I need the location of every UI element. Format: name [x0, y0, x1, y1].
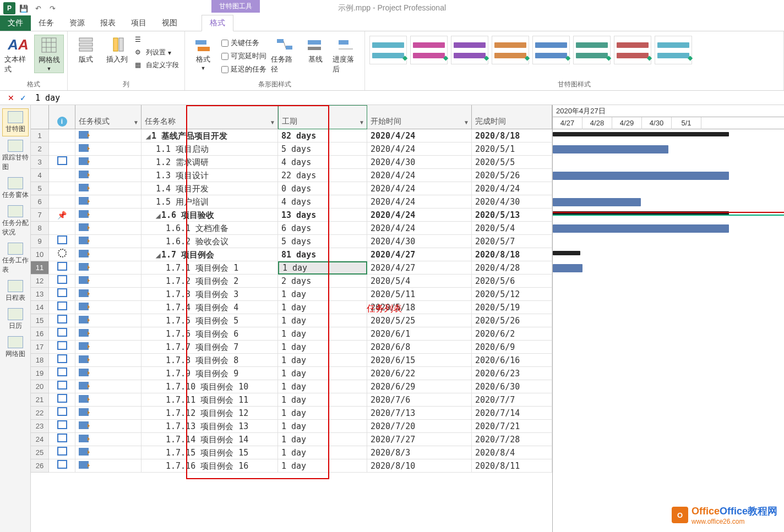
view-timeline[interactable]: 日程表 — [2, 278, 29, 305]
row-number[interactable]: 1 — [31, 129, 49, 142]
late-tasks-checkbox[interactable]: 延迟的任务 — [219, 63, 269, 75]
undo-icon[interactable]: ↶ — [32, 2, 44, 14]
col-finish[interactable]: 完成时间 — [472, 105, 552, 129]
tab-report[interactable]: 报表 — [92, 15, 123, 31]
redo-icon[interactable]: ↷ — [46, 2, 58, 14]
view-network[interactable]: 网络图 — [2, 334, 29, 361]
gantt-style-gallery[interactable]: ◆◆◆◆◆◆◆◆ — [368, 32, 780, 80]
cancel-icon[interactable]: ✕ — [8, 94, 14, 102]
table-row[interactable]: 1.6.2 验收会议5 days2020/4/302020/5/7 — [49, 235, 552, 248]
table-row[interactable]: 1.3 项目设计22 days2020/4/242020/5/26 — [49, 169, 552, 182]
view-tracking-gantt[interactable]: 跟踪甘特图 — [2, 138, 29, 174]
col-info[interactable]: i — [49, 105, 75, 129]
row-number[interactable]: 26 — [31, 459, 49, 473]
view-task-usage[interactable]: 任务分配状况 — [2, 203, 29, 239]
row-number[interactable]: 13 — [31, 288, 49, 301]
formula-input[interactable] — [32, 92, 784, 104]
tab-file[interactable]: 文件 — [0, 15, 31, 31]
view-task-form[interactable]: 任务窗体 — [2, 175, 29, 202]
slack-checkbox[interactable]: 可宽延时间 — [219, 50, 269, 62]
col-start[interactable]: 开始时间▼ — [367, 105, 472, 129]
column-settings-button[interactable]: ⚙列设置▾ — [133, 47, 181, 58]
insert-column-button[interactable]: 插入列 — [102, 35, 132, 65]
layout-button[interactable]: 版式 — [71, 35, 101, 65]
view-gantt[interactable]: 甘特图 — [2, 108, 29, 136]
table-row[interactable]: 1.7.2 项目例会 22 days2020/5/42020/5/6 — [49, 275, 552, 288]
gantt-style-option[interactable]: ◆ — [451, 36, 488, 64]
gridlines-button[interactable]: 网格线 ▼ — [34, 35, 64, 73]
gantt-style-option[interactable]: ◆ — [614, 36, 651, 64]
table-row[interactable]: 1.7.1 项目例会 11 day2020/4/272020/4/28 — [49, 261, 552, 275]
table-row[interactable]: ◢1.7 项目例会81 days2020/4/272020/8/18 — [49, 248, 552, 261]
row-number[interactable]: 19 — [31, 367, 49, 380]
row-number[interactable]: 14 — [31, 301, 49, 314]
table-row[interactable]: 1.7.15 项目例会 151 day2020/8/32020/8/4 — [49, 446, 552, 459]
row-number[interactable]: 15 — [31, 314, 49, 327]
view-task-sheet[interactable]: 任务工作表 — [2, 240, 29, 277]
app-icon[interactable]: P — [3, 2, 15, 14]
gantt-bar[interactable] — [553, 132, 729, 136]
tab-task[interactable]: 任务 — [31, 15, 62, 31]
gantt-style-option[interactable]: ◆ — [655, 36, 692, 64]
row-number[interactable]: 6 — [31, 195, 49, 209]
tab-view[interactable]: 视图 — [154, 15, 185, 31]
task-grid[interactable]: 1234567891011121314151617181920212223242… — [31, 105, 552, 532]
row-number[interactable]: 24 — [31, 433, 49, 446]
row-number[interactable]: 18 — [31, 354, 49, 367]
row-number[interactable]: 22 — [31, 407, 49, 420]
critical-tasks-checkbox[interactable]: 关键任务 — [219, 37, 269, 49]
gantt-bar[interactable] — [553, 198, 641, 206]
table-row[interactable]: 1.7.12 项目例会 121 day2020/7/132020/7/14 — [49, 407, 552, 420]
view-calendar[interactable]: 日历 — [2, 306, 29, 333]
rownum-header[interactable] — [31, 105, 49, 129]
table-row[interactable]: ◢1 基线产品项目开发82 days2020/4/242020/8/18 — [49, 129, 552, 142]
row-number[interactable]: 12 — [31, 275, 49, 288]
table-row[interactable]: 1.7.13 项目例会 131 day2020/7/202020/7/21 — [49, 420, 552, 433]
row-number[interactable]: 25 — [31, 446, 49, 459]
table-row[interactable]: 📌◢1.6 项目验收13 days2020/4/242020/5/13 — [49, 209, 552, 222]
gantt-bar[interactable] — [553, 172, 729, 180]
row-number[interactable]: 23 — [31, 420, 49, 433]
row-number[interactable]: 10 — [31, 248, 49, 261]
gantt-style-option[interactable]: ◆ — [532, 36, 570, 64]
save-icon[interactable]: 💾 — [18, 2, 30, 14]
table-row[interactable]: 1.5 用户培训4 days2020/4/242020/4/30 — [49, 195, 552, 209]
col-name[interactable]: 任务名称▼ — [141, 105, 278, 129]
custom-field-button[interactable]: ▦自定义字段 — [133, 59, 181, 71]
table-row[interactable]: 1.7.4 项目例会 41 day2020/5/182020/5/19 — [49, 301, 552, 314]
row-number[interactable]: 11 — [31, 261, 49, 275]
row-number[interactable]: 17 — [31, 341, 49, 354]
col-duration[interactable]: 工期▼ — [278, 105, 367, 129]
row-number[interactable]: 20 — [31, 380, 49, 393]
row-number[interactable]: 9 — [31, 235, 49, 248]
gantt-style-option[interactable]: ◆ — [573, 36, 611, 64]
row-number[interactable]: 7 — [31, 209, 49, 222]
table-row[interactable]: 1.2 需求调研4 days2020/4/302020/5/5 — [49, 156, 552, 169]
table-row[interactable]: 1.7.16 项目例会 161 day2020/8/102020/8/11 — [49, 459, 552, 473]
col-mode[interactable]: 任务模式▼ — [75, 105, 141, 129]
table-row[interactable]: 1.7.5 项目例会 51 day2020/5/252020/5/26 — [49, 314, 552, 327]
gantt-bar[interactable] — [553, 224, 729, 233]
row-number[interactable]: 16 — [31, 327, 49, 341]
text-style-button[interactable]: AA 文本样式 — [3, 35, 33, 75]
table-row[interactable]: 1.6.1 文档准备6 days2020/4/242020/5/4 — [49, 222, 552, 235]
row-number[interactable]: 4 — [31, 169, 49, 182]
row-number[interactable]: 2 — [31, 142, 49, 156]
task-path-button[interactable]: 任务路径 — [270, 35, 300, 75]
table-row[interactable]: 1.4 项目开发0 days2020/4/242020/4/24 — [49, 182, 552, 195]
tab-resource[interactable]: 资源 — [62, 15, 92, 31]
row-number[interactable]: 8 — [31, 222, 49, 235]
row-number[interactable]: 3 — [31, 156, 49, 169]
table-row[interactable]: 1.7.8 项目例会 81 day2020/6/152020/6/16 — [49, 354, 552, 367]
table-row[interactable]: 1.7.3 项目例会 31 day2020/5/112020/5/12 — [49, 288, 552, 301]
table-row[interactable]: 1.7.7 项目例会 71 day2020/6/82020/6/9 — [49, 341, 552, 354]
gantt-bar[interactable] — [553, 251, 580, 255]
tab-project[interactable]: 项目 — [123, 15, 154, 31]
slippage-button[interactable]: 进度落后 — [331, 35, 361, 75]
gantt-chart[interactable]: 2020年4月27日 4/274/284/294/305/1 — [552, 105, 784, 532]
tab-format[interactable]: 格式 — [202, 15, 233, 31]
table-row[interactable]: 1.1 项目启动5 days2020/4/242020/5/1 — [49, 142, 552, 156]
format-bar-button[interactable]: 格式 ▼ — [188, 35, 218, 72]
gantt-style-option[interactable]: ◆ — [410, 36, 448, 64]
gantt-style-option[interactable]: ◆ — [369, 36, 407, 64]
